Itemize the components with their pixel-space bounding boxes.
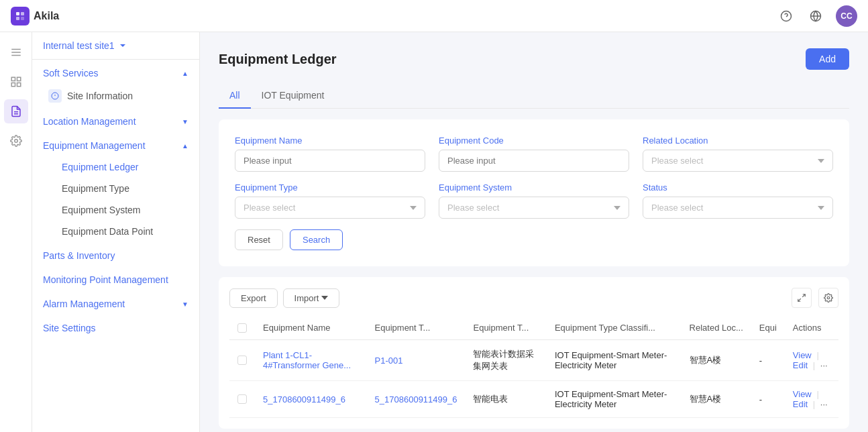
reset-button[interactable]: Reset	[235, 229, 283, 250]
equipment-system-select[interactable]: Please select	[439, 197, 629, 219]
svg-line-22	[798, 299, 801, 301]
row-2-more-button[interactable]: ···	[820, 399, 828, 409]
svg-rect-13	[11, 83, 15, 87]
row-2-checkbox[interactable]	[237, 394, 247, 404]
table-toolbar-right	[792, 288, 838, 308]
fullscreen-icon[interactable]	[792, 288, 812, 308]
sidebar-item-equipment-data-point[interactable]: Equipment Data Point	[32, 221, 199, 242]
equipment-type-select[interactable]: Please select	[235, 197, 425, 219]
sidebar-item-equipment-type[interactable]: Equipment Type	[32, 178, 199, 199]
add-button[interactable]: Add	[806, 48, 849, 70]
logo-text: Akila	[34, 10, 59, 22]
row-1-code: P1-001	[367, 340, 466, 381]
logo-icon	[11, 7, 30, 25]
nav-section-alarm: Alarm Management ▼	[32, 290, 199, 315]
nav-section-header-location[interactable]: Location Management ▼	[32, 108, 199, 132]
nav-section-location: Location Management ▼	[32, 108, 199, 132]
main-content: Equipment Ledger Add All IOT Equipment E…	[200, 32, 868, 432]
alarm-label: Alarm Management	[43, 299, 125, 309]
table-row: 5_1708600911499_6 5_1708600911499_6 智能电表…	[229, 381, 838, 418]
filter-actions: Reset Search	[235, 229, 833, 250]
equipment-chevron: ▲	[182, 142, 188, 150]
svg-rect-1	[21, 12, 24, 15]
search-button[interactable]: Search	[290, 229, 343, 250]
site-information-label: Site Information	[67, 91, 133, 101]
tab-iot-equipment[interactable]: IOT Equipment	[251, 83, 335, 109]
icon-sidebar	[0, 32, 32, 432]
table-toolbar: Export Import	[229, 288, 838, 308]
equipment-code-input[interactable]	[439, 150, 629, 172]
menu-toggle-icon[interactable]	[4, 40, 28, 64]
nav-section-header-site-settings[interactable]: Site Settings	[32, 315, 199, 339]
sidebar-item-site-information[interactable]: Site Information	[32, 84, 199, 108]
row-2-name: 5_1708600911499_6	[255, 381, 367, 418]
table-panel: Export Import	[219, 277, 849, 429]
site-selector-label: Internal test site1	[43, 40, 115, 51]
column-settings-icon[interactable]	[818, 288, 838, 308]
related-location-select[interactable]: Please select	[643, 150, 833, 172]
import-button[interactable]: Import	[283, 288, 340, 308]
help-icon[interactable]	[777, 7, 796, 25]
col-header-actions: Actions	[785, 316, 838, 340]
user-avatar[interactable]: CC	[836, 5, 857, 27]
settings-icon[interactable]	[4, 129, 28, 153]
nav-section-header-soft-services[interactable]: Soft Services ▲	[32, 60, 199, 84]
monitoring-label: Monitoring Point Management	[43, 274, 168, 285]
row-1-location: 智慧A楼	[682, 340, 751, 381]
row-1-name-link[interactable]: Plant 1-CL1-4#Transformer Gene...	[263, 350, 351, 370]
globe-icon[interactable]	[806, 7, 825, 25]
nav-section-header-monitoring[interactable]: Monitoring Point Management	[32, 266, 199, 290]
equipment-management-label: Equipment Management	[43, 140, 146, 151]
page-header: Equipment Ledger Add	[219, 48, 849, 70]
header-checkbox-cell	[229, 316, 255, 340]
nav-section-equipment: Equipment Management ▲ Equipment Ledger …	[32, 132, 199, 242]
sidebar-item-equipment-system[interactable]: Equipment System	[32, 199, 199, 221]
svg-rect-2	[16, 17, 19, 20]
row-2-code-link[interactable]: 5_1708600911499_6	[375, 394, 457, 404]
equipment-table: Equipment Name Equipment T... Equipment …	[229, 316, 838, 418]
svg-rect-0	[16, 12, 19, 15]
equipment-code-label: Equipment Code	[439, 136, 629, 146]
row-2-equi: -	[751, 381, 785, 418]
nav-section-soft-services: Soft Services ▲ Site Information	[32, 60, 199, 108]
site-selector[interactable]: Internal test site1	[32, 32, 199, 60]
parts-inventory-label: Parts & Inventory	[43, 250, 115, 261]
status-select[interactable]: Please select	[643, 197, 833, 219]
document-icon[interactable]	[4, 99, 28, 123]
row-1-checkbox[interactable]	[237, 356, 247, 365]
logo: Akila	[11, 7, 59, 25]
row-2-edit-button[interactable]: Edit	[793, 399, 808, 409]
nav-section-header-alarm[interactable]: Alarm Management ▼	[32, 290, 199, 315]
col-header-type: Equipment T...	[465, 316, 546, 340]
nav-section-header-equipment[interactable]: Equipment Management ▲	[32, 132, 199, 156]
select-all-checkbox[interactable]	[237, 323, 247, 333]
row-2-classification: IOT Equipment-Smart Meter-Electricity Me…	[547, 381, 682, 418]
col-header-equi: Equi	[751, 316, 785, 340]
row-1-name: Plant 1-CL1-4#Transformer Gene...	[255, 340, 367, 381]
row-1-edit-button[interactable]: Edit	[793, 360, 808, 370]
nav-section-header-parts[interactable]: Parts & Inventory	[32, 242, 199, 266]
filter-group-name: Equipment Name	[235, 136, 425, 172]
equipment-name-input[interactable]	[235, 150, 425, 172]
topbar-left: Akila	[11, 7, 59, 25]
status-label: Status	[643, 182, 833, 193]
nav-sidebar: Internal test site1 Soft Services ▲ Site…	[32, 32, 200, 432]
row-2-view-button[interactable]: View	[793, 389, 812, 399]
equipment-name-label: Equipment Name	[235, 136, 425, 146]
row-2-type: 智能电表	[465, 381, 546, 418]
row-1-equi: -	[751, 340, 785, 381]
tab-all[interactable]: All	[219, 83, 251, 109]
row-1-code-link[interactable]: P1-001	[375, 356, 403, 366]
table-row: Plant 1-CL1-4#Transformer Gene... P1-001…	[229, 340, 838, 381]
row-1-type: 智能表计数据采集网关表	[465, 340, 546, 381]
row-2-code: 5_1708600911499_6	[367, 381, 466, 418]
row-checkbox-cell-2	[229, 381, 255, 418]
export-button[interactable]: Export	[229, 288, 278, 308]
row-2-name-link[interactable]: 5_1708600911499_6	[263, 394, 345, 404]
row-1-view-button[interactable]: View	[793, 350, 812, 360]
dashboard-icon[interactable]	[4, 70, 28, 94]
row-1-more-button[interactable]: ···	[820, 360, 828, 370]
soft-services-chevron: ▲	[182, 70, 188, 77]
sidebar-item-equipment-ledger[interactable]: Equipment Ledger	[32, 156, 199, 178]
import-label: Import	[294, 293, 319, 303]
